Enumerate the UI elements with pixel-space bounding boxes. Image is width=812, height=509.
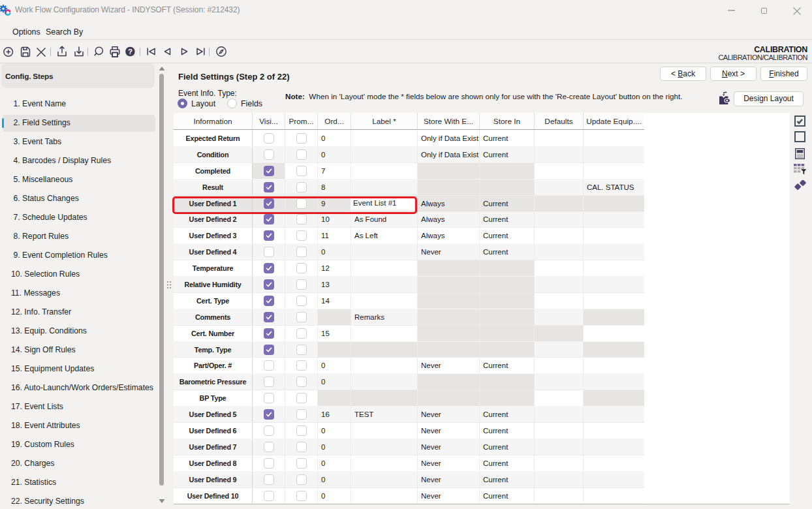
svg-text:?: ? <box>128 48 133 55</box>
